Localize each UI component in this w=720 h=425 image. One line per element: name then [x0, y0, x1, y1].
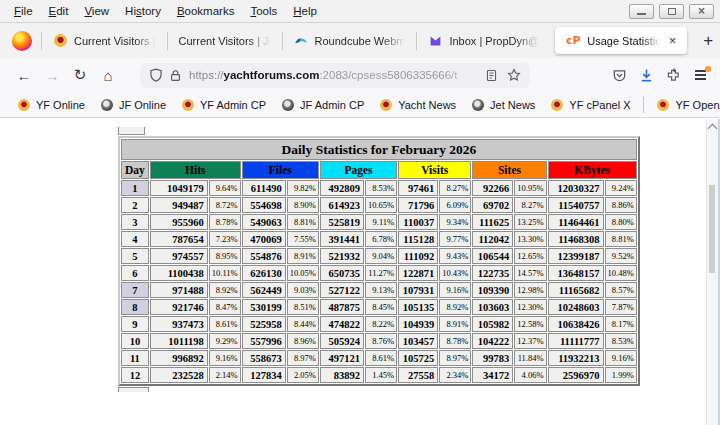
- shield-icon[interactable]: [149, 68, 163, 82]
- stat-cell: 626130: [242, 265, 286, 281]
- day-cell: 4: [121, 231, 149, 247]
- day-cell: 9: [121, 316, 149, 332]
- stat-cell: 11.27%: [365, 265, 397, 281]
- stat-cell: 232528: [150, 367, 208, 383]
- stat-cell: 8.51%: [287, 299, 319, 315]
- stat-cell: 492809: [320, 180, 364, 196]
- stat-cell: 6.78%: [365, 231, 397, 247]
- table-edge-artifact-bottom: [118, 387, 149, 392]
- home-button[interactable]: ⌂: [94, 62, 122, 88]
- stat-cell: 110037: [398, 214, 438, 230]
- menu-bookmarks[interactable]: Bookmarks: [169, 5, 243, 17]
- yf-favicon: [657, 99, 669, 111]
- bookmark-yf-online[interactable]: YF Online: [10, 99, 93, 111]
- stat-cell: 549063: [242, 214, 286, 230]
- scrollbar-thumb[interactable]: [709, 185, 715, 273]
- stat-cell: 505924: [320, 333, 364, 349]
- minimize-icon: [637, 13, 646, 15]
- stat-cell: 12.30%: [514, 299, 546, 315]
- reload-button[interactable]: ↻: [66, 62, 94, 88]
- daily-stats-table: Daily Statistics for February 2026DayHit…: [118, 136, 640, 386]
- vertical-scrollbar[interactable]: [706, 119, 720, 425]
- stat-cell: 12.58%: [514, 316, 546, 332]
- stat-cell: 8.91%: [439, 316, 471, 332]
- stat-cell: 8.61%: [365, 350, 397, 366]
- stat-cell: 10.48%: [605, 265, 637, 281]
- stat-cell: 103457: [398, 333, 438, 349]
- tab-inbox[interactable]: Inbox | PropDyn@: [417, 24, 550, 58]
- stat-cell: 9.16%: [439, 282, 471, 298]
- tab-current-visitors-1[interactable]: Current Visitors |: [42, 24, 167, 58]
- stat-cell: 8.81%: [287, 214, 319, 230]
- bookmark-jf-online[interactable]: JF Online: [93, 99, 174, 111]
- stat-cell: 2.05%: [287, 367, 319, 383]
- bookmark-jf-admin-cp[interactable]: JF Admin CP: [274, 99, 372, 111]
- new-tab-button[interactable]: +: [692, 31, 720, 51]
- stat-cell: 562449: [242, 282, 286, 298]
- stat-cell: 521932: [320, 248, 364, 264]
- stat-cell: 11.84%: [514, 350, 546, 366]
- stat-cell: 8.96%: [287, 333, 319, 349]
- stat-cell: 530199: [242, 299, 286, 315]
- stat-cell: 8.97%: [287, 350, 319, 366]
- close-button[interactable]: ×: [689, 4, 714, 19]
- bookmark-yf-openads[interactable]: YF OpenAds: [649, 99, 720, 111]
- url-text: https://yachtforums.com:2083/cpsess58063…: [189, 69, 479, 81]
- menu-help[interactable]: Help: [285, 5, 325, 17]
- bookmark-yacht-news[interactable]: Yacht News: [372, 99, 464, 111]
- menu-file[interactable]: File: [6, 5, 41, 17]
- download-icon[interactable]: [639, 68, 654, 83]
- stat-cell: 8.72%: [209, 197, 241, 213]
- restore-button[interactable]: [659, 4, 684, 19]
- bookmark-jet-news[interactable]: Jet News: [464, 99, 543, 111]
- stat-cell: 8.92%: [439, 299, 471, 315]
- stat-cell: 8.97%: [439, 350, 471, 366]
- day-cell: 7: [121, 282, 149, 298]
- notification-dot: [705, 66, 711, 72]
- firefox-window: { "menu": { "items": [ { "pre": "", "key…: [0, 0, 720, 425]
- column-header-kbytes: KBytes: [548, 161, 637, 179]
- tab-close-icon[interactable]: ×: [669, 34, 677, 47]
- restore-icon: [668, 8, 676, 15]
- stat-cell: 8.44%: [287, 316, 319, 332]
- scrollbar-up-arrow-icon[interactable]: [708, 124, 718, 134]
- stat-cell: 611490: [242, 180, 286, 196]
- tab-current-visitors-2[interactable]: Current Visitors | JetFo: [168, 24, 282, 58]
- bookmark-yf-admin-cp[interactable]: YF Admin CP: [174, 99, 274, 111]
- table-row: 1010111989.29%5579968.96%5059248.76%1034…: [121, 333, 637, 349]
- bookmark-yf-cpanel-x[interactable]: YF cPanel X: [543, 99, 638, 111]
- forward-button[interactable]: →: [38, 62, 66, 88]
- stat-cell: 996892: [150, 350, 208, 366]
- stat-cell: 9.34%: [439, 214, 471, 230]
- stat-cell: 554876: [242, 248, 286, 264]
- pocket-icon[interactable]: [612, 68, 627, 83]
- stat-cell: 10.95%: [514, 180, 546, 196]
- reader-mode-icon[interactable]: [485, 69, 498, 82]
- menu-tools[interactable]: Tools: [242, 5, 285, 17]
- stat-cell: 8.86%: [605, 197, 637, 213]
- menu-edit[interactable]: Edit: [41, 5, 77, 17]
- stat-cell: 8.92%: [209, 282, 241, 298]
- stat-cell: 6.09%: [439, 197, 471, 213]
- stat-cell: 525958: [242, 316, 286, 332]
- stat-cell: 8.47%: [209, 299, 241, 315]
- tab-roundcube[interactable]: Roundcube Webm: [283, 24, 417, 58]
- tab-usage-statistics[interactable]: cP Usage Statistic ×: [555, 27, 687, 54]
- stat-cell: 103603: [472, 299, 513, 315]
- menu-view[interactable]: View: [76, 5, 117, 17]
- app-menu-hamburger-icon[interactable]: [693, 68, 708, 82]
- back-button[interactable]: ←: [10, 62, 38, 88]
- table-row: 89217468.47%5301998.51%4878758.45%105135…: [121, 299, 637, 315]
- jf-favicon: [472, 99, 484, 111]
- lock-icon[interactable]: [169, 69, 182, 82]
- tab-title: Current Visitors |: [74, 35, 156, 47]
- minimize-button[interactable]: [629, 4, 654, 19]
- stat-cell: 10.11%: [209, 265, 241, 281]
- bookmark-star-icon[interactable]: [507, 68, 521, 82]
- menu-history[interactable]: History: [117, 5, 169, 17]
- stat-cell: 109390: [472, 282, 513, 298]
- extensions-puzzle-icon[interactable]: [666, 68, 681, 83]
- url-bar[interactable]: https://yachtforums.com:2083/cpsess58063…: [140, 63, 530, 88]
- stat-cell: 10248603: [548, 299, 604, 315]
- stat-cell: 11464461: [548, 214, 604, 230]
